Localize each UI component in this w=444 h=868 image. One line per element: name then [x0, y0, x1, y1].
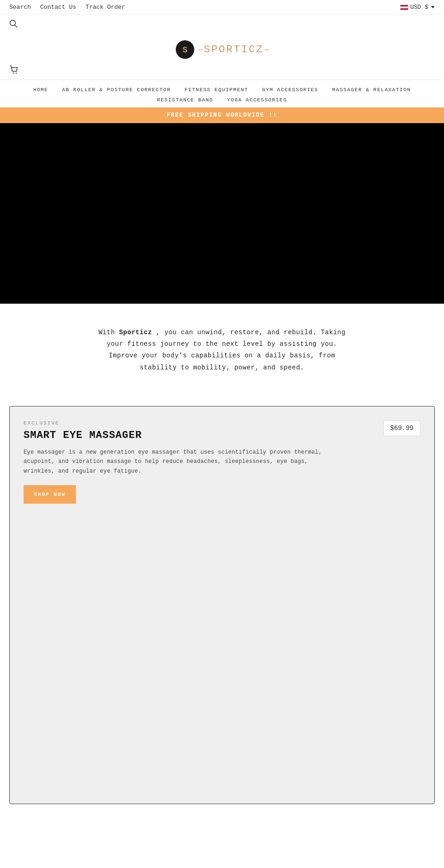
product-description: Eye massager is a new generation eye mas… [24, 448, 338, 476]
nav-fitness-equipment[interactable]: FITNESS EQUIPMENT [185, 87, 248, 93]
description-section: With Sporticz , you can unwind, restore,… [0, 304, 444, 397]
nav-massager[interactable]: MASSAGER & RELAXATION [332, 87, 411, 93]
logo-area: S — SPORTICZ — [0, 35, 444, 62]
search-row [0, 15, 444, 35]
search-icon [9, 19, 18, 28]
nav-ab-roller[interactable]: AB ROLLER & POSTURE CORRECTOR [62, 87, 171, 93]
nav-row-1: HOME AB ROLLER & POSTURE CORRECTOR FITNE… [33, 85, 411, 95]
shop-now-button[interactable]: SHOP NOW [24, 485, 76, 504]
description-text: With Sporticz , you can unwind, restore,… [92, 327, 352, 374]
svg-point-5 [16, 73, 17, 74]
hero-area [0, 123, 444, 304]
description-prefix: With [99, 329, 119, 336]
logo-brand-name: SPORTICZ [204, 44, 264, 56]
cart-button[interactable] [9, 65, 19, 77]
nav-home[interactable]: HOME [33, 87, 48, 93]
shipping-banner: FREE SHIPPING WORLDWIDE !! [0, 107, 444, 123]
brand-name: Sporticz [119, 329, 152, 336]
product-exclusive-label: EXCLUSIVE [24, 420, 420, 426]
search-link[interactable]: Search [9, 4, 31, 11]
product-title: SMART EYE MASSAGER [24, 430, 420, 441]
flag-icon [400, 5, 408, 10]
logo-icon: S [175, 39, 196, 60]
cart-icon [9, 65, 19, 75]
logo-dash-right: — [265, 46, 269, 54]
contact-link[interactable]: Contact Us [40, 4, 76, 11]
main-nav: HOME AB ROLLER & POSTURE CORRECTOR FITNE… [0, 80, 444, 107]
svg-line-1 [15, 25, 17, 27]
svg-text:S: S [183, 45, 188, 55]
top-bar: Search Contact Us Track Order USD $ [0, 0, 444, 15]
cart-row [0, 62, 444, 80]
nav-gym-accessories[interactable]: GYM ACCESSORIES [262, 87, 319, 93]
shipping-text: FREE SHIPPING WORLDWIDE !! [166, 112, 277, 119]
product-card: EXCLUSIVE SMART EYE MASSAGER Eye massage… [9, 406, 435, 804]
nav-yoga-accessories[interactable]: YOGA ACCESSORIES [227, 97, 287, 103]
track-order-link[interactable]: Track Order [86, 4, 125, 11]
chevron-down-icon [431, 6, 435, 8]
product-price: $69.99 [383, 420, 420, 436]
nav-resistance-band[interactable]: RESISTANCE BAND [157, 97, 213, 103]
logo-dash-left: — [198, 46, 203, 54]
logo[interactable]: S — SPORTICZ — [175, 39, 269, 60]
svg-point-4 [13, 73, 14, 74]
search-button[interactable] [9, 19, 18, 30]
currency-selector[interactable]: USD $ [400, 4, 435, 11]
nav-row-2: RESISTANCE BAND YOGA ACCESSORIES [157, 95, 287, 105]
currency-label: USD $ [410, 4, 428, 11]
